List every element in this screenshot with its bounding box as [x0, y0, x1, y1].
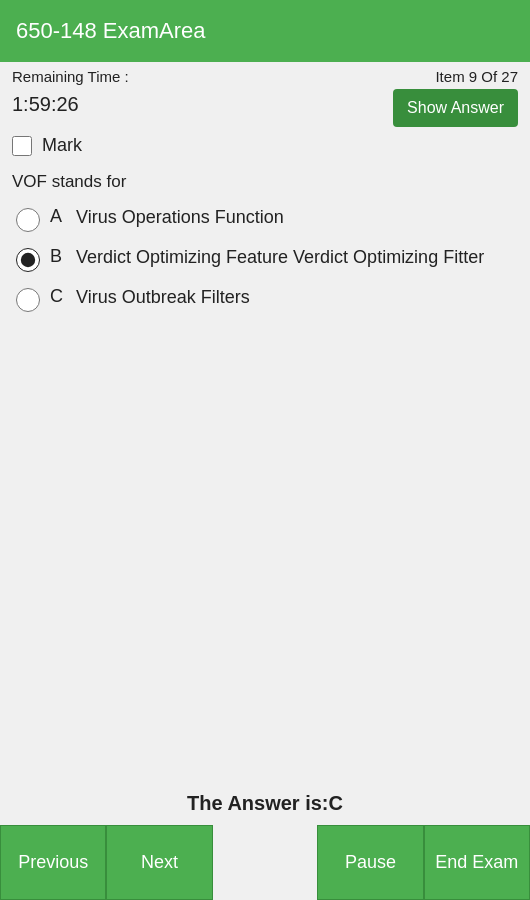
option-text-c: Virus Outbreak Filters [76, 286, 250, 309]
option-letter-c: C [50, 286, 66, 307]
next-button[interactable]: Next [106, 825, 212, 900]
option-row-c: C Virus Outbreak Filters [12, 286, 518, 312]
pause-button[interactable]: Pause [317, 825, 423, 900]
timer-display: 1:59:26 [12, 93, 79, 116]
app-title: 650-148 ExamArea [16, 18, 206, 44]
mark-label[interactable]: Mark [42, 135, 82, 156]
answer-text: The Answer is:C [187, 792, 343, 814]
previous-button[interactable]: Previous [0, 825, 106, 900]
nav-spacer [213, 825, 317, 900]
option-radio-a[interactable] [16, 208, 40, 232]
option-letter-b: B [50, 246, 66, 267]
option-radio-b[interactable] [16, 248, 40, 272]
option-letter-a: A [50, 206, 66, 227]
answer-section: The Answer is:C [0, 782, 530, 825]
end-exam-button[interactable]: End Exam [424, 825, 530, 900]
mark-checkbox[interactable] [12, 136, 32, 156]
mark-row: Mark [0, 131, 530, 164]
bottom-nav: Previous Next Pause End Exam [0, 825, 530, 900]
header: 650-148 ExamArea [0, 0, 530, 62]
question-area: VOF stands for A Virus Operations Functi… [0, 164, 530, 312]
option-row-a: A Virus Operations Function [12, 206, 518, 232]
meta-row: Remaining Time : Item 9 Of 27 [0, 62, 530, 87]
show-answer-button[interactable]: Show Answer [393, 89, 518, 127]
item-indicator: Item 9 Of 27 [435, 68, 518, 85]
option-radio-c[interactable] [16, 288, 40, 312]
option-text-a: Virus Operations Function [76, 206, 284, 229]
remaining-time-label: Remaining Time : [12, 68, 129, 85]
timer-row: 1:59:26 Show Answer [0, 87, 530, 131]
option-row-b: B Verdict Optimizing Feature Verdict Opt… [12, 246, 518, 272]
question-text: VOF stands for [12, 172, 518, 192]
option-text-b: Verdict Optimizing Feature Verdict Optim… [76, 246, 484, 269]
